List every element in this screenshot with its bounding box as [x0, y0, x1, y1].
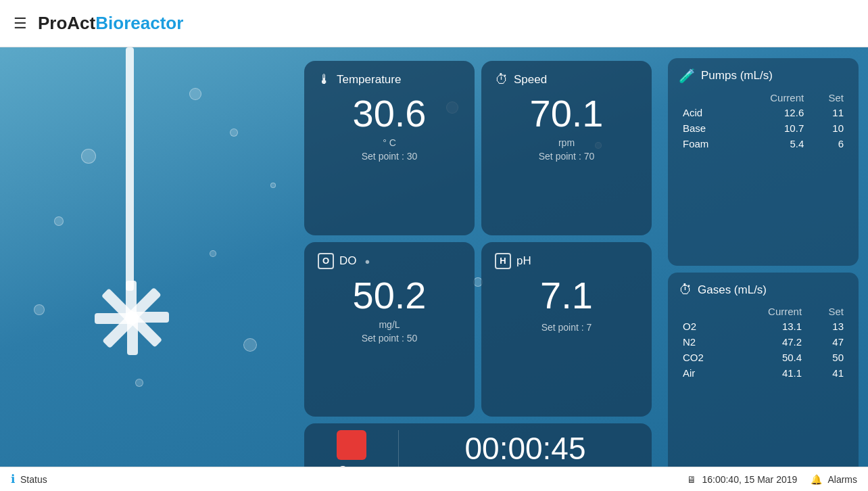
app-header: ☰ ProAct Bioreactor — [0, 0, 868, 47]
gases-icon: ⏱ — [679, 282, 692, 298]
menu-icon[interactable]: ☰ — [14, 15, 27, 32]
temperature-unit: ° C — [318, 137, 461, 148]
info-icon: ℹ — [11, 472, 15, 486]
do-unit: mg/L — [318, 319, 461, 330]
table-cell: 12.6 — [737, 105, 809, 120]
speed-label: Speed — [514, 73, 547, 87]
temperature-label: Temperature — [337, 73, 401, 87]
app-title-blue: Bioreactor — [95, 13, 183, 34]
do-icon: O — [318, 253, 334, 269]
row-1: 🌡 Temperature 30.6 ° C Set point : 30 ⏱ … — [304, 61, 652, 235]
do-setpoint: Set point : 50 — [318, 333, 461, 344]
temperature-header: 🌡 Temperature — [318, 72, 461, 87]
table-cell: 41 — [806, 365, 848, 381]
table-cell: 47 — [806, 334, 848, 350]
pumps-col-current: Current — [737, 91, 809, 105]
thermometer-icon: 🌡 — [318, 72, 331, 87]
stop-button[interactable] — [337, 430, 366, 460]
do-dot: ● — [365, 256, 370, 266]
table-row: Foam5.46 — [679, 136, 848, 151]
gases-col-set: Set — [806, 304, 848, 319]
alarms-label: Alarms — [827, 474, 857, 485]
speed-setpoint: Set point : 70 — [495, 151, 638, 162]
table-cell: N2 — [679, 334, 731, 350]
table-cell: 10 — [808, 120, 848, 136]
pumps-title: 🧪 Pumps (mL/s) — [679, 68, 848, 84]
gases-title: ⏱ Gases (mL/s) — [679, 282, 848, 298]
ph-setpoint: Set point : 7 — [495, 322, 638, 333]
status-label: Status — [20, 474, 47, 485]
pumps-section: 🧪 Pumps (mL/s) Current Set Acid12.611Bas… — [668, 58, 859, 266]
duration-time: 00:00:45 — [464, 430, 585, 467]
do-value: 50.2 — [318, 275, 461, 317]
do-label: DO — [339, 254, 357, 268]
main-area: 🌡 Temperature 30.6 ° C Set point : 30 ⏱ … — [0, 47, 868, 491]
pumps-table: Current Set Acid12.611Base10.710Foam5.46 — [679, 91, 848, 151]
svg-point-8 — [125, 311, 139, 325]
alarms-display[interactable]: 🔔 Alarms — [811, 474, 857, 485]
right-panel: 🧪 Pumps (mL/s) Current Set Acid12.611Bas… — [658, 47, 868, 491]
table-cell: 50 — [806, 350, 848, 365]
datetime-text: 16:00:40, 15 Mar 2019 — [702, 474, 797, 485]
impeller — [85, 271, 179, 368]
app-title-black: ProAct — [38, 13, 95, 34]
table-cell: 13 — [806, 319, 848, 334]
table-cell: 6 — [808, 136, 848, 151]
speed-value: 70.1 — [495, 93, 638, 135]
table-cell: Air — [679, 365, 731, 381]
row-2: O DO ● 50.2 mg/L Set point : 50 H pH 7.1… — [304, 242, 652, 417]
table-cell: O2 — [679, 319, 731, 334]
ph-value: 7.1 — [495, 275, 638, 317]
temperature-setpoint: Set point : 30 — [318, 151, 461, 162]
table-cell: 41.1 — [731, 365, 806, 381]
pumps-title-label: Pumps (mL/s) — [701, 69, 773, 83]
ph-header: H pH — [495, 253, 638, 269]
datetime-display: 🖥 16:00:40, 15 Mar 2019 — [687, 474, 798, 485]
pumps-icon: 🧪 — [679, 68, 696, 84]
gases-col-current: Current — [731, 304, 806, 319]
table-cell: 50.4 — [731, 350, 806, 365]
ph-icon: H — [495, 253, 511, 269]
temperature-card[interactable]: 🌡 Temperature 30.6 ° C Set point : 30 — [304, 61, 475, 235]
gases-section: ⏱ Gases (mL/s) Current Set O213.113N247.… — [668, 273, 859, 480]
table-cell: 11 — [808, 105, 848, 120]
status-left: ℹ Status — [11, 472, 47, 486]
do-card[interactable]: O DO ● 50.2 mg/L Set point : 50 — [304, 242, 475, 417]
status-right: 🖥 16:00:40, 15 Mar 2019 🔔 Alarms — [687, 474, 857, 485]
table-cell: CO2 — [679, 350, 731, 365]
temperature-value: 30.6 — [318, 93, 461, 135]
table-cell: Foam — [679, 136, 737, 151]
speed-header: ⏱ Speed — [495, 72, 638, 87]
gases-table: Current Set O213.113N247.247CO250.450Air… — [679, 304, 848, 381]
table-row: Air41.141 — [679, 365, 848, 381]
gases-title-label: Gases (mL/s) — [698, 283, 767, 297]
table-row: Base10.710 — [679, 120, 848, 136]
center-area: 🌡 Temperature 30.6 ° C Set point : 30 ⏱ … — [297, 47, 658, 491]
stirrer-shaft — [126, 47, 134, 291]
speed-unit: rpm — [495, 137, 638, 148]
alarm-icon: 🔔 — [811, 474, 822, 485]
pumps-col-set: Set — [808, 91, 848, 105]
table-cell: 10.7 — [737, 120, 809, 136]
table-cell: 5.4 — [737, 136, 809, 151]
speed-card[interactable]: ⏱ Speed 70.1 rpm Set point : 70 — [481, 61, 652, 235]
table-row: N247.247 — [679, 334, 848, 350]
table-row: CO250.450 — [679, 350, 848, 365]
table-cell: 13.1 — [731, 319, 806, 334]
do-header: O DO ● — [318, 253, 461, 269]
ph-label: pH — [516, 254, 531, 268]
table-cell: Base — [679, 120, 737, 136]
table-cell: 47.2 — [731, 334, 806, 350]
pumps-col-name — [679, 91, 737, 105]
status-bar: ℹ Status 🖥 16:00:40, 15 Mar 2019 🔔 Alarm… — [0, 467, 868, 491]
table-row: Acid12.611 — [679, 105, 848, 120]
speedometer-icon: ⏱ — [495, 72, 508, 87]
stirrer-area — [0, 47, 297, 491]
clock-icon: 🖥 — [687, 474, 696, 485]
table-row: O213.113 — [679, 319, 848, 334]
table-cell: Acid — [679, 105, 737, 120]
ph-card[interactable]: H pH 7.1 Set point : 7 — [481, 242, 652, 417]
gases-col-name — [679, 304, 731, 319]
